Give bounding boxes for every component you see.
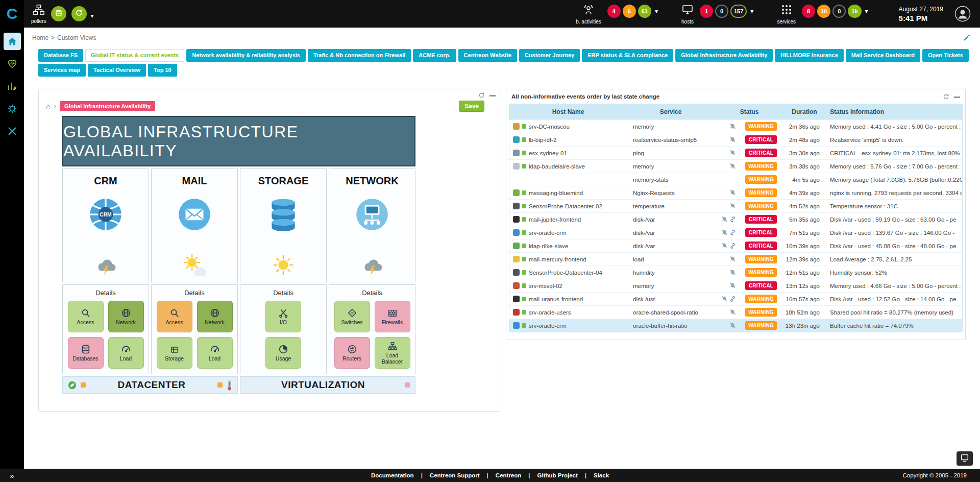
fullscreen-button[interactable] <box>957 451 973 466</box>
widget-refresh-icon[interactable] <box>478 92 485 99</box>
table-row[interactable]: srv-DC-moscoumemoryWARNING2m 36s agoMemo… <box>509 119 962 133</box>
pollers-section[interactable]: pollers <box>31 4 46 24</box>
tab-services-map[interactable]: Services map <box>38 64 86 77</box>
detail-tile-access[interactable]: Access <box>68 301 104 332</box>
sidebar-item-reporting[interactable] <box>4 78 21 95</box>
refresh-status-button[interactable] <box>71 6 87 21</box>
tab-acme-corp[interactable]: ACME corp. <box>413 49 456 62</box>
host-name-link[interactable]: SensorProbe-Datacenter-04 <box>529 270 627 276</box>
notifications-muted-icon[interactable] <box>729 322 736 329</box>
host-name-link[interactable]: esx-sydney-01 <box>529 150 627 156</box>
tab-open-tickets[interactable]: Open Tickets <box>922 49 969 62</box>
save-button[interactable]: Save <box>459 101 484 112</box>
detail-tile-databases[interactable]: Databases <box>68 337 104 369</box>
notifications-muted-icon[interactable] <box>729 150 736 156</box>
zone-card-virtualization[interactable]: VIRTUALIZATION <box>240 376 415 394</box>
poller-chevron-down-icon[interactable]: ▾ <box>90 12 93 19</box>
service-link[interactable]: disk-/var <box>627 216 715 223</box>
footer-link-github-project[interactable]: Github Project <box>530 472 585 478</box>
notifications-muted-icon[interactable] <box>729 189 736 196</box>
host-name-link[interactable]: SensorProbe-Datacenter-02 <box>529 203 627 209</box>
sidebar-item-monitoring[interactable] <box>4 55 21 73</box>
hosts-badge-2[interactable]: 157 <box>730 5 747 18</box>
footer-link-slack[interactable]: Slack <box>586 472 616 478</box>
linked-service-icon[interactable] <box>729 243 736 249</box>
host-name-link[interactable]: ldap-baudelaire-slave <box>529 163 627 170</box>
tab-trafic-nb-connection-on-firewall[interactable]: Trafic & Nb connection on Firewall <box>308 49 411 62</box>
ba-badge-0[interactable]: 4 <box>607 5 621 18</box>
linked-service-icon[interactable] <box>729 229 736 236</box>
table-row[interactable]: SensorProbe-Datacenter-02temperatureWARN… <box>509 199 962 212</box>
service-link[interactable]: disk-/usr <box>627 296 715 302</box>
services-badge-1[interactable]: 10 <box>817 5 830 18</box>
services-badge-0[interactable]: 8 <box>802 5 815 18</box>
host-name-link[interactable]: srv-mssql-02 <box>529 283 627 289</box>
service-link[interactable]: humidity <box>627 270 715 276</box>
host-name-link[interactable]: mail-mercury-frontend <box>529 256 627 262</box>
table-row[interactable]: SensorProbe-Datacenter-04humidityWARNING… <box>509 266 962 279</box>
host-name-link[interactable]: srv-oracle-crm <box>529 323 627 329</box>
notifications-muted-icon[interactable] <box>729 309 736 316</box>
widget-minimize-icon[interactable] <box>954 95 960 98</box>
hosts-badge-0[interactable]: 1 <box>700 5 713 18</box>
host-name-link[interactable]: ldap-rilke-slave <box>529 243 627 249</box>
footer-link-centreon-support[interactable]: Centreon Support <box>423 472 487 478</box>
host-name-link[interactable]: srv-oracle-crm <box>529 230 627 236</box>
tab-top-10[interactable]: Top 10 <box>148 64 177 77</box>
breadcrumb-home-link[interactable]: Home <box>32 34 48 41</box>
table-row[interactable]: srv-oracle-crmoracle-buffer-hit-ratioWAR… <box>509 319 962 332</box>
zone-card-datacenter[interactable]: DATACENTER <box>62 376 238 394</box>
table-row[interactable]: srv-mssql-02memoryCRITICAL13m 12s agoMem… <box>509 279 962 292</box>
detail-tile-i-o[interactable]: I/O <box>265 301 301 332</box>
map-home-icon[interactable]: ⌂ <box>46 103 51 110</box>
detail-tile-firewalls[interactable]: Firewalls <box>375 301 410 332</box>
tab-erp-status-sla-compliance[interactable]: ERP status & SLA compliance <box>582 49 673 62</box>
user-avatar[interactable] <box>954 6 971 22</box>
service-link[interactable]: memory <box>627 124 715 130</box>
services-badge-3[interactable]: 1k <box>848 5 861 18</box>
tab-customer-journey[interactable]: Customer Journey <box>519 49 580 62</box>
notifications-muted-icon[interactable] <box>729 136 736 143</box>
linked-service-icon[interactable] <box>729 296 736 302</box>
table-row[interactable]: lb-bip-idf-2realservice-status-smtp5CRIT… <box>509 133 962 146</box>
notifications-muted-icon[interactable] <box>721 296 728 302</box>
centreon-logo[interactable]: C <box>0 0 24 28</box>
host-name-link[interactable]: messaging-bluemind <box>529 190 627 196</box>
ba-badge-1[interactable]: 6 <box>623 5 636 18</box>
host-name-link[interactable]: mail-uranus-frontend <box>529 296 627 302</box>
detail-tile-load[interactable]: Load <box>108 337 144 369</box>
detail-tile-load[interactable]: Load <box>197 337 233 369</box>
notifications-muted-icon[interactable] <box>721 216 728 223</box>
service-link[interactable]: realservice-status-smtp5 <box>627 137 715 143</box>
table-row[interactable]: mail-jupiter-frontenddisk-/varCRITICAL5m… <box>509 212 962 226</box>
tab-hillmore-insurance[interactable]: HILLMORE Insurance <box>775 49 843 62</box>
detail-tile-storage[interactable]: Storage <box>157 337 192 369</box>
service-link[interactable]: disk-/var <box>627 230 715 236</box>
tab-global-infrastructure-availability[interactable]: Global Infrastructure Availability <box>675 49 773 62</box>
edit-views-pencil-icon[interactable] <box>963 34 971 42</box>
detail-tile-switches[interactable]: Switches <box>334 301 370 332</box>
service-link[interactable]: memory <box>627 283 715 289</box>
tab-tactical-overview[interactable]: Tactical Overview <box>88 64 146 77</box>
detail-tile-network[interactable]: Network <box>197 301 233 332</box>
sidebar-expand-button[interactable]: » <box>0 471 24 480</box>
detail-tile-network[interactable]: Network <box>108 301 144 332</box>
table-row[interactable]: messaging-bluemindNginx-RequestsWARNING4… <box>509 186 962 199</box>
table-row[interactable]: esx-sydney-01pingCRITICAL3m 30s agoCRITI… <box>509 146 962 159</box>
sidebar-item-configuration[interactable] <box>4 100 21 117</box>
tab-global-it-status-current-events[interactable]: Global IT status & current events <box>85 49 184 62</box>
host-name-link[interactable]: srv-DC-moscou <box>529 124 627 130</box>
tab-network-availability-reliability-analysis[interactable]: Network availability & reliability analy… <box>186 49 306 62</box>
sidebar-item-home[interactable] <box>4 33 21 50</box>
ba-chevron-down-icon[interactable]: ▾ <box>655 8 658 15</box>
notifications-muted-icon[interactable] <box>729 282 736 289</box>
notifications-muted-icon[interactable] <box>729 123 736 130</box>
sidebar-item-administration[interactable] <box>4 123 21 140</box>
detail-tile-load-balancer[interactable]: Load Balancer <box>375 337 410 369</box>
hosts-badge-1[interactable]: 0 <box>715 5 728 18</box>
service-link[interactable]: temperature <box>627 203 715 209</box>
service-link[interactable]: Nginx-Requests <box>627 190 715 196</box>
hosts-chevron-down-icon[interactable]: ▾ <box>750 8 753 15</box>
detail-tile-routers[interactable]: Routers <box>334 337 370 369</box>
table-row[interactable]: ldap-rilke-slavedisk-/varCRITICAL10m 39s… <box>509 239 962 252</box>
